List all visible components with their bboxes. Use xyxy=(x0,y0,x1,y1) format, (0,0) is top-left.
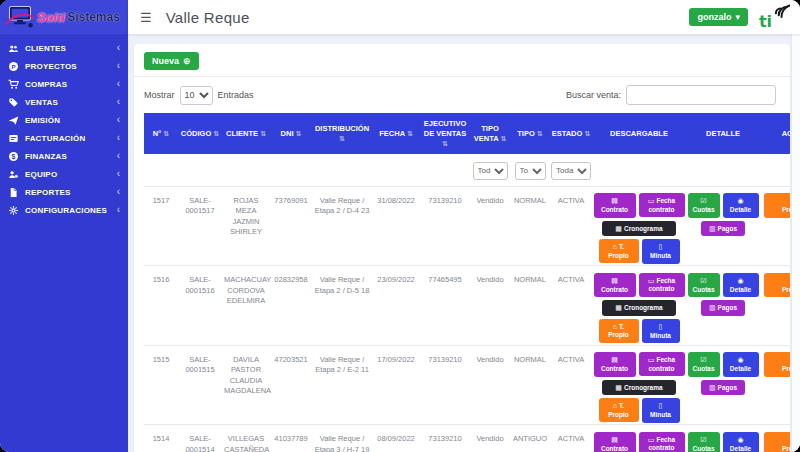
cell-fecha: 31/08/2022 xyxy=(372,186,420,266)
page-scrollbar[interactable] xyxy=(791,34,800,452)
fecha-contrato-button[interactable]: ▭Fecha contrato xyxy=(639,432,685,452)
col-header-n[interactable]: N° ⇅ xyxy=(144,113,178,154)
cuotas-button[interactable]: ☑Cuotas xyxy=(688,432,720,452)
fecha-contrato-icon: ▭ xyxy=(648,197,655,204)
cell-tipo-venta: Vendido xyxy=(470,186,510,266)
app-window: Solti Sistemas CLIENTES‹PPROYECTOS‹COMPR… xyxy=(0,0,800,452)
titulo-propio-button[interactable]: ⌂T. Propio xyxy=(599,319,639,343)
sort-icon: ⇅ xyxy=(500,135,506,142)
cell-codigo: SALE-0001517 xyxy=(178,186,222,266)
cell-detalle: ☑Cuotas◉Detalle▥Pagos xyxy=(686,266,760,346)
titulo-propio-button[interactable]: ⌂T. Propio xyxy=(599,398,639,422)
cell-estado: ACTIVA xyxy=(550,186,592,266)
col-header-codigo[interactable]: CÓDIGO ⇅ xyxy=(178,113,222,154)
filter-cell-acciones xyxy=(760,154,790,186)
col-header-cliente[interactable]: CLIENTE ⇅ xyxy=(222,113,270,154)
filter-cell-detalle xyxy=(686,154,760,186)
search-input[interactable] xyxy=(626,85,776,105)
detalle-button[interactable]: ◉Detalle xyxy=(723,352,759,377)
topbar-right: gonzalo ▾ ti xyxy=(689,2,790,32)
topbar: ☰ Valle Reque gonzalo ▾ ti xyxy=(128,0,800,34)
detalle-button[interactable]: ◉Detalle xyxy=(723,273,759,298)
contrato-icon: ▤ xyxy=(599,355,631,364)
detalle-button[interactable]: ◉Detalle xyxy=(723,432,759,452)
brand-logo[interactable]: Solti Sistemas xyxy=(0,0,128,34)
sidebar-item-ventas[interactable]: VENTAS‹ xyxy=(0,93,128,111)
fecha-contrato-button[interactable]: ▭Fecha contrato xyxy=(639,193,685,217)
cell-distribucion: Valle Reque / Etapa 2 / E-2 11 xyxy=(312,345,372,425)
menu-toggle-icon[interactable]: ☰ xyxy=(140,10,152,25)
search-control: Buscar venta: xyxy=(566,85,776,105)
sort-icon: ⇅ xyxy=(260,130,266,137)
contrato-button[interactable]: ▤Contrato xyxy=(594,273,636,298)
cuotas-button[interactable]: ☑Cuotas xyxy=(688,193,720,218)
col-header-dni[interactable]: DNI ⇅ xyxy=(270,113,312,154)
minuta-button[interactable]: ▯Minuta xyxy=(642,319,680,344)
pagos-button[interactable]: ▥Pagos xyxy=(701,300,745,315)
sidebar-item-reportes[interactable]: REPORTES‹ xyxy=(0,183,128,201)
cuotas-button[interactable]: ☑Cuotas xyxy=(688,352,720,377)
col-header-tipo[interactable]: TIPO ⇅ xyxy=(510,113,550,154)
detalle-button[interactable]: ◉Detalle xyxy=(723,193,759,218)
cell-cliente: DAVILA PASTOR CLAUDIA MAGDALENA xyxy=(222,345,270,425)
filter-cell-estado: Toda xyxy=(550,154,592,186)
fecha-contrato-button[interactable]: ▭Fecha contrato xyxy=(639,273,685,297)
contrato-button[interactable]: ▤Contrato xyxy=(594,432,636,452)
chevron-icon: ‹ xyxy=(117,43,120,53)
col-header-fecha[interactable]: FECHA ⇅ xyxy=(372,113,420,154)
user-menu-button[interactable]: gonzalo ▾ xyxy=(689,8,748,26)
cell-cliente: VILLEGAS CASTAÑEDA YESSICA VANESSA xyxy=(222,425,270,452)
fecha-contrato-button[interactable]: ▭Fecha contrato xyxy=(639,352,685,376)
col-header-tipo-venta[interactable]: TIPO VENTA ⇅ xyxy=(470,113,510,154)
sidebar-item-proyectos[interactable]: PPROYECTOS‹ xyxy=(0,57,128,75)
cell-dni: 73769091 xyxy=(270,186,312,266)
promesas-button[interactable]: ♥Promesas xyxy=(764,432,791,452)
col-header-estado[interactable]: ESTADO ⇅ xyxy=(550,113,592,154)
cell-estado: ACTIVA xyxy=(550,345,592,425)
cronograma-button[interactable]: ▦Cronograma xyxy=(602,380,676,395)
sidebar-item-clientes[interactable]: CLIENTES‹ xyxy=(0,39,128,57)
pagos-button[interactable]: ▥Pagos xyxy=(701,221,745,236)
ti-signal-logo: ti xyxy=(758,2,790,32)
chevron-icon: ‹ xyxy=(117,115,120,125)
cuotas-button[interactable]: ☑Cuotas xyxy=(688,273,720,298)
cronograma-button[interactable]: ▦Cronograma xyxy=(602,221,676,236)
pagos-button[interactable]: ▥Pagos xyxy=(701,380,745,395)
promesas-button[interactable]: ♥Promesas xyxy=(764,193,791,218)
filter-select-tipo-venta[interactable]: Tod xyxy=(473,162,508,180)
col-header-ejecutivo-de-ventas[interactable]: EJECUTIVO DE VENTAS ⇅ xyxy=(420,113,470,154)
filter-select-estado[interactable]: Toda xyxy=(551,162,591,180)
new-sale-button[interactable]: Nueva ⊕ xyxy=(144,52,199,70)
pagos-icon: ▥ xyxy=(709,304,716,311)
table-controls: Mostrar 10 Entradas Buscar venta: xyxy=(144,85,776,105)
minuta-button[interactable]: ▯Minuta xyxy=(642,239,680,264)
cell-dni: 02832958 xyxy=(270,266,312,346)
cell-fecha: 08/09/2022 xyxy=(372,425,420,452)
sidebar-item-finanzas[interactable]: $FINANZAS‹ xyxy=(0,147,128,165)
sidebar-item-compras[interactable]: COMPRAS‹ xyxy=(0,75,128,93)
contrato-button[interactable]: ▤Contrato xyxy=(594,193,636,218)
promesas-button[interactable]: ♥Promesas xyxy=(764,352,791,377)
promesas-button[interactable]: ♥Promesas xyxy=(764,273,791,298)
solti-monitor-icon xyxy=(5,4,35,30)
filter-select-tipo[interactable]: To xyxy=(515,162,546,180)
cell-n: 1514 xyxy=(144,425,178,452)
filter-cell-ejecutivo-de-ventas xyxy=(420,154,470,186)
minuta-button[interactable]: ▯Minuta xyxy=(642,398,680,423)
sort-icon: ⇅ xyxy=(339,135,345,142)
sort-icon: ⇅ xyxy=(584,130,590,137)
col-header-descargable: DESCARGABLE xyxy=(592,113,686,154)
show-label: Mostrar xyxy=(144,90,175,100)
titulo-propio-button[interactable]: ⌂T. Propio xyxy=(599,239,639,263)
cronograma-button[interactable]: ▦Cronograma xyxy=(602,300,676,315)
sidebar-item-equipo[interactable]: EQUIPO‹ xyxy=(0,165,128,183)
pagos-icon: ▥ xyxy=(709,384,716,391)
col-header-distribucion[interactable]: DISTRIBUCIÓN ⇅ xyxy=(312,113,372,154)
send-icon xyxy=(8,115,19,126)
cuotas-icon: ☑ xyxy=(693,276,715,285)
contrato-button[interactable]: ▤Contrato xyxy=(594,352,636,377)
sidebar-item-configuraciones[interactable]: CONFIGURACIONES‹ xyxy=(0,201,128,219)
sidebar-item-emision[interactable]: EMISIÓN‹ xyxy=(0,111,128,129)
sidebar-item-facturacion[interactable]: FACTURACIÓN‹ xyxy=(0,129,128,147)
entries-select[interactable]: 10 xyxy=(180,86,213,105)
